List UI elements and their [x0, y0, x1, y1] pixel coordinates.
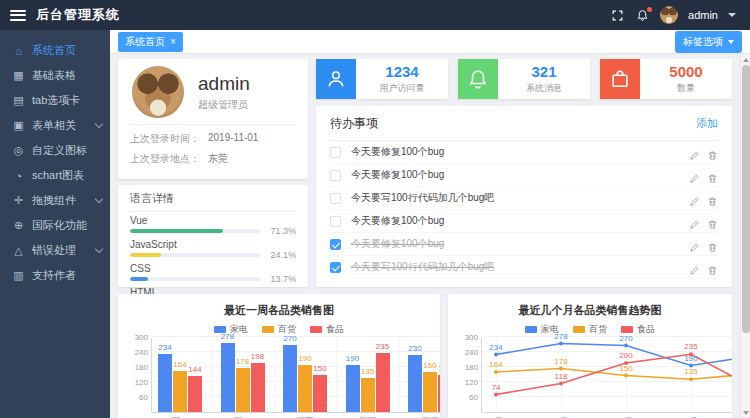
todo-item: 今天要修复100个bug: [330, 233, 718, 256]
point-value-label: 118: [546, 372, 576, 381]
sidebar-item-icon[interactable]: ◎自定义图标: [0, 138, 110, 163]
fullscreen-icon[interactable]: [610, 8, 625, 23]
sidebar-item-label: 支持作者: [32, 268, 102, 283]
delete-icon[interactable]: [707, 170, 718, 181]
bar-百货-周四: [361, 378, 375, 412]
language-row: Vue71.3%: [130, 215, 296, 236]
drag-icon: ✛: [12, 194, 25, 207]
language-card: 语言详情 Vue71.3%JavaScript24.1%CSS13.7%HTML…: [118, 185, 308, 287]
profile-card: admin 超级管理员 上次登录时间： 2019-11-01 上次登录地点： 东…: [118, 59, 308, 179]
delete-icon[interactable]: [707, 147, 718, 158]
y-axis-tick: 60: [139, 393, 148, 402]
tag-options-label: 标签选项: [683, 35, 723, 49]
close-icon[interactable]: ×: [170, 37, 176, 47]
delete-icon[interactable]: [707, 262, 718, 273]
todo-text: 今天要写100行代码加几个bug吧: [351, 260, 679, 274]
legend-color-chip: [262, 326, 274, 333]
home-icon: ⌂: [12, 45, 25, 57]
progress-bar-fill: [130, 253, 161, 257]
todo-checkbox[interactable]: [330, 239, 341, 250]
progress-bar-fill: [130, 229, 223, 233]
bar-百货-周五: [423, 372, 437, 412]
edit-icon[interactable]: [689, 239, 700, 250]
header-username[interactable]: admin: [688, 9, 718, 21]
stat-value: 1234: [385, 63, 418, 80]
point-value-label: 74: [481, 383, 511, 392]
bar-食品-周一: [188, 376, 202, 412]
sidebar-item-error[interactable]: △错误处理: [0, 238, 110, 263]
stat-card-messages[interactable]: 321系统消息: [458, 59, 590, 99]
bell-icon[interactable]: [635, 8, 650, 23]
sidebar-item-tab[interactable]: ▤tab选项卡: [0, 88, 110, 113]
stat-label: 用户访问量: [380, 82, 425, 95]
scroll-up-arrow[interactable]: [743, 58, 749, 62]
header-avatar[interactable]: [660, 6, 678, 24]
sidebar-item-drag[interactable]: ✛拖拽组件: [0, 188, 110, 213]
tab-home[interactable]: 系统首页 ×: [118, 32, 183, 52]
sidebar-item-donate[interactable]: ▥支持作者: [0, 263, 110, 288]
edit-icon[interactable]: [689, 193, 700, 204]
todo-add-link[interactable]: 添加: [696, 116, 718, 131]
sidebar-item-table[interactable]: ▦基础表格: [0, 63, 110, 88]
todo-text: 今天要修复100个bug: [351, 168, 679, 182]
scrollbar-thumb[interactable]: [742, 65, 750, 333]
delete-icon[interactable]: [707, 216, 718, 227]
todo-list: 今天要修复100个bug今天要修复100个bug今天要写100行代码加几个bug…: [330, 141, 718, 279]
profile-role: 超级管理员: [198, 98, 250, 112]
sidebar-item-form[interactable]: ▣表单相关: [0, 113, 110, 138]
bar-百货-周一: [173, 371, 187, 412]
todo-text: 今天要修复100个bug: [351, 145, 679, 159]
bell-icon: [458, 59, 498, 99]
delete-icon[interactable]: [707, 193, 718, 204]
sidebar-item-charts[interactable]: ◔schart图表: [0, 163, 110, 188]
y-axis-tick: 180: [135, 363, 148, 372]
edit-icon[interactable]: [689, 170, 700, 181]
globe-icon: ⊕: [12, 219, 25, 232]
todo-checkbox[interactable]: [330, 170, 341, 181]
edit-icon[interactable]: [689, 216, 700, 227]
chevron-down-icon[interactable]: [728, 13, 736, 17]
todo-checkbox[interactable]: [330, 193, 341, 204]
notification-badge: [647, 7, 652, 12]
y-axis-tick: 60: [469, 393, 478, 402]
progress-percent: 71.3%: [266, 226, 296, 236]
sidebar-item-label: 系统首页: [32, 43, 102, 58]
sidebar-item-label: schart图表: [32, 168, 102, 183]
last-login-place-value: 东莞: [208, 152, 228, 166]
y-axis-tick: 120: [135, 378, 148, 387]
bar-食品-周二: [251, 363, 265, 413]
edit-icon[interactable]: [689, 262, 700, 273]
chevron-down-icon: [95, 245, 103, 253]
scrollbar[interactable]: [740, 55, 750, 418]
stat-value: 321: [531, 63, 556, 80]
point-value-label: 234: [481, 343, 511, 352]
bar-value-label: 190: [285, 354, 325, 363]
scroll-down-arrow[interactable]: [743, 411, 749, 415]
todo-item: 今天要写100行代码加几个bug吧: [330, 256, 718, 279]
delete-icon[interactable]: [707, 239, 718, 250]
chevron-down-icon: [728, 40, 734, 44]
stat-label: 系统消息: [526, 82, 562, 95]
app-header: 后台管理系统 admin: [0, 0, 750, 30]
todo-checkbox[interactable]: [330, 262, 341, 273]
stat-value: 5000: [669, 63, 702, 80]
line-chart-card: 最近几个月各品类销售趋势图 家电百货食品 6012018024030023427…: [448, 294, 732, 418]
todo-checkbox[interactable]: [330, 147, 341, 158]
todo-item: 今天要写100行代码加几个bug吧: [330, 187, 718, 210]
todo-text: 今天要修复100个bug: [351, 214, 679, 228]
todo-checkbox[interactable]: [330, 216, 341, 227]
todo-text: 今天要写100行代码加几个bug吧: [351, 191, 679, 205]
bar-食品-周三: [313, 375, 327, 413]
stats-row: 1234用户访问量321系统消息5000数量: [316, 59, 732, 99]
sidebar-item-i18n[interactable]: ⊕国际化功能: [0, 213, 110, 238]
sidebar-item-home[interactable]: ⌂系统首页: [0, 38, 110, 63]
y-axis-tick: 300: [135, 333, 148, 342]
stat-card-visits[interactable]: 1234用户访问量: [316, 59, 448, 99]
bar-value-label: 234: [145, 343, 185, 352]
tag-options-button[interactable]: 标签选项: [675, 31, 742, 53]
edit-icon[interactable]: [689, 147, 700, 158]
stat-card-quantity[interactable]: 5000数量: [600, 59, 732, 99]
warning-icon: △: [12, 244, 25, 257]
hamburger-icon[interactable]: [10, 10, 26, 21]
progress-bar-track: [130, 277, 260, 281]
